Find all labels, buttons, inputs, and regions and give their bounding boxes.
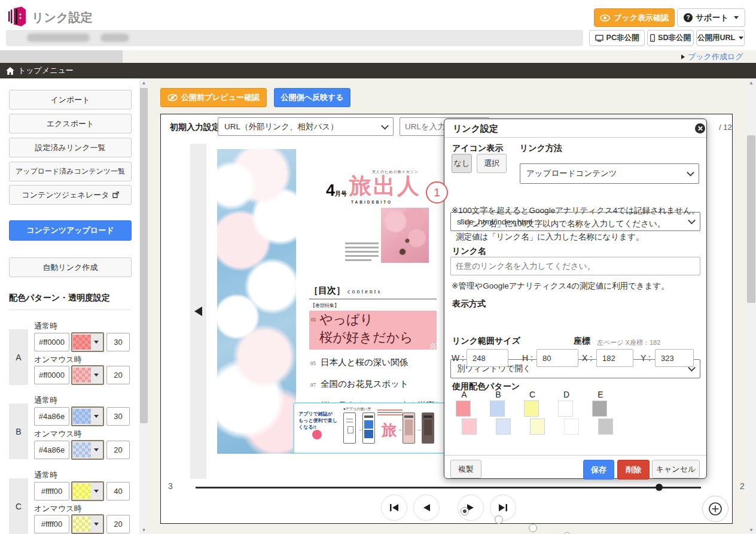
save-label: 保存	[591, 465, 606, 475]
width-input[interactable]	[467, 349, 508, 367]
support-button[interactable]: ? サポート	[677, 8, 745, 27]
band-gray-segment	[0, 50, 123, 63]
color-a-normal-swatch-dropdown[interactable]	[71, 332, 104, 352]
top-menu-bar[interactable]: トップメニュー	[0, 63, 756, 78]
color-b-hover-hex-input[interactable]	[34, 441, 69, 459]
color-c-normal-swatch-dropdown[interactable]	[71, 481, 104, 501]
book-view-button[interactable]: ブック表示確認	[594, 8, 675, 27]
sidebar-item-content-generator[interactable]: コンテンツジェネレータ	[9, 185, 132, 205]
pattern-a-radio[interactable]	[461, 507, 469, 515]
window-scrollbar[interactable]: ▲ ▼	[746, 78, 756, 534]
opacity-b-hover-input[interactable]	[106, 441, 130, 459]
color-c-hover-hex-input[interactable]	[34, 515, 69, 533]
external-link-icon	[112, 192, 119, 198]
delete-button[interactable]: 削除	[617, 460, 650, 480]
eye-icon	[600, 14, 610, 22]
color-a-normal-hex-input[interactable]	[34, 333, 69, 351]
link-highlight-region[interactable]: 03 やっぱり 桜が好きだから	[309, 311, 437, 350]
feature-no: 03	[311, 317, 316, 323]
hover-state-label: オンマウス時	[34, 354, 82, 365]
prev-page-strip[interactable]	[190, 144, 206, 479]
resize-handle[interactable]	[430, 343, 436, 349]
link-method-label: リンク方法	[520, 143, 562, 154]
toc-item-text: 全国のお花見スポット	[321, 378, 409, 390]
public-url-label: 公開用URL	[697, 33, 735, 43]
prev-page-button[interactable]	[413, 494, 440, 521]
opacity-a-normal-input[interactable]	[106, 333, 130, 351]
sidebar-item-export[interactable]: エクスポート	[9, 114, 132, 134]
close-icon[interactable]	[695, 123, 705, 134]
pattern-c-hover-swatch	[530, 418, 545, 435]
color-c-hover-swatch-dropdown[interactable]	[71, 514, 104, 534]
sidebar-item-import[interactable]: インポート	[9, 90, 132, 110]
page-slider[interactable]	[196, 487, 701, 489]
opacity-c-normal-input[interactable]	[106, 482, 130, 500]
page-slider-handle[interactable]	[656, 484, 663, 491]
y-label: Y :	[641, 353, 651, 363]
y-input[interactable]	[655, 349, 694, 367]
color-a-hover-hex-input[interactable]	[34, 366, 69, 384]
scroll-up-icon[interactable]: ▲	[139, 78, 148, 87]
window-scrollbar-thumb[interactable]	[747, 135, 755, 303]
color-b-normal-swatch-dropdown[interactable]	[71, 406, 104, 426]
zoom-in-button[interactable]	[702, 496, 728, 522]
last-page-button[interactable]	[490, 494, 516, 521]
eye-off-icon	[167, 94, 178, 102]
height-input[interactable]	[536, 349, 578, 367]
publish-button[interactable]: 公開側へ反映する	[274, 88, 350, 107]
scroll-up-icon[interactable]: ▲	[746, 78, 756, 87]
toc-item-text: 日本人と桜の深い関係	[321, 357, 408, 368]
pattern-b-radio[interactable]	[495, 515, 503, 524]
icon-none-button[interactable]: なし	[452, 154, 472, 173]
link-name-input[interactable]	[450, 257, 700, 275]
h-label: H :	[522, 353, 533, 363]
pattern-settings-heading: 配色パターン・透明度設定	[9, 293, 110, 304]
link-method-select[interactable]: アップロードコンテンツ	[520, 163, 699, 184]
normal-state-label: 通常時	[34, 321, 57, 332]
scroll-down-icon[interactable]: ▼	[139, 526, 148, 534]
opacity-b-normal-input[interactable]	[106, 407, 130, 426]
cancel-button[interactable]: キャンセル	[652, 460, 700, 478]
pattern-c-radio[interactable]	[529, 524, 537, 532]
duplicate-button[interactable]: 複製	[450, 460, 481, 478]
pattern-c-normal-swatch	[524, 400, 539, 417]
color-b-normal-hex-input[interactable]	[34, 407, 69, 426]
phone-screenshot	[362, 412, 375, 444]
sidebar-scrollbar[interactable]: ▲ ▼	[139, 78, 148, 534]
toc-item: 05 日本人と桜の深い関係	[310, 357, 408, 368]
book-log-link[interactable]: ブック作成ログ	[681, 51, 743, 62]
sd-private-button[interactable]: SD非公開	[647, 30, 694, 46]
caret-down-icon	[94, 374, 99, 377]
sidebar-scrollbar-thumb[interactable]	[140, 88, 148, 423]
pc-private-button[interactable]: PC非公開	[589, 30, 645, 46]
redacted-text	[27, 34, 90, 42]
hover-state-label: オンマウス時	[34, 429, 82, 439]
link-name-label: リンク名	[452, 246, 486, 257]
icon-select-button[interactable]: 選択	[477, 154, 507, 173]
link-method-value: アップロードコンテンツ	[526, 168, 617, 179]
x-input[interactable]	[596, 349, 633, 367]
sidebar-item-uploaded-contents[interactable]: アップロード済みコンテンツ一覧	[9, 162, 132, 181]
preview-before-publish-button[interactable]: 公開前プレビュー確認	[160, 88, 267, 107]
banner-badge	[312, 430, 322, 439]
initial-input-select[interactable]: URL（外部リンク、相対パス）	[218, 117, 394, 136]
sidebar-item-content-upload[interactable]: コンテンツアップロード	[9, 220, 132, 241]
sidebar-item-auto-link[interactable]: 自動リンク作成	[9, 257, 132, 277]
magazine-page: 大人のための旅マガジン 4月号 旅出人 TABIDEBITO ［目次］ cont…	[296, 149, 446, 454]
sidebar-item-link-list[interactable]: 設定済みリンク一覧	[9, 138, 132, 157]
banner-headline1: アプリで雑誌が	[298, 411, 333, 417]
ga-note-line3: 測定値は「リンク名」に入力した名称になります。	[452, 230, 700, 244]
pattern-d-hover-swatch	[564, 418, 579, 435]
pattern-col-e-label: E	[592, 390, 609, 399]
opacity-c-hover-input[interactable]	[106, 515, 130, 533]
pattern-b-hover-swatch	[496, 418, 511, 435]
opacity-a-hover-input[interactable]	[106, 366, 130, 384]
save-button[interactable]: 保存	[583, 460, 614, 480]
scroll-down-icon[interactable]: ▼	[746, 526, 756, 534]
display-mode-label: 表示方式	[452, 299, 486, 310]
color-a-hover-swatch-dropdown[interactable]	[71, 365, 104, 385]
first-page-button[interactable]	[381, 494, 407, 521]
color-c-normal-hex-input[interactable]	[34, 482, 69, 500]
public-url-button[interactable]: 公開用URL	[696, 30, 745, 46]
color-b-hover-swatch-dropdown[interactable]	[71, 440, 104, 460]
